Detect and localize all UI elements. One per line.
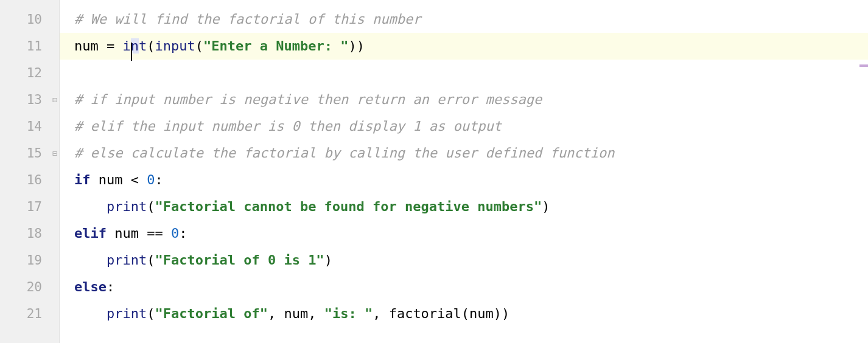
string-literal: "is: " [324,306,373,321]
assign-operator: = [99,38,123,54]
code-line-13[interactable]: ⊟# if input number is negative then retu… [60,86,868,113]
comment: # else calculate the factorial by callin… [74,145,614,161]
number-literal: 0 [171,226,179,241]
variable-name: num [99,172,131,187]
string-literal: "Factorial of" [155,306,267,321]
code-line-11[interactable]: num = int(input("Enter a Number: ")) [60,33,868,60]
line-number: 19 [0,247,59,274]
variable-name: num [284,306,308,321]
code-line-10[interactable]: # We will find the factorial of this num… [60,6,868,33]
builtin-print: print [107,252,147,268]
cursor-position: n [131,38,139,54]
line-number: 10 [0,6,59,33]
line-number-gutter: 10 11 12 13 14 15 16 17 18 19 20 21 [0,0,60,343]
keyword-elif: elif [74,226,107,241]
line-number: 21 [0,300,59,327]
builtin-input: input [155,38,195,54]
paren: ) [542,199,550,214]
line-number: 15 [0,140,59,167]
line-number: 18 [0,220,59,247]
line-number: 16 [0,167,59,193]
line-number: 20 [0,274,59,300]
builtin-int: t [139,38,147,54]
keyword-if: if [74,172,91,187]
function-call: factorial(num)) [389,306,510,321]
text-cursor [131,43,132,61]
variable-name: num [74,38,99,54]
change-marker [859,64,868,67]
builtin-print: print [107,306,147,321]
code-editor[interactable]: # We will find the factorial of this num… [60,0,868,343]
paren: ( [147,252,155,268]
fold-start-icon[interactable]: ⊟ [51,96,58,103]
comment: # elif the input number is 0 then displa… [74,119,502,134]
comma: , [308,306,324,321]
paren: ( [147,306,155,321]
lt-operator: < [131,172,147,187]
code-line-21[interactable]: print("Factorial of", num, "is: ", facto… [60,300,868,327]
comma: , [268,306,284,321]
comma: , [373,306,389,321]
line-number: 14 [0,113,59,140]
line-number: 13 [0,86,59,113]
code-line-16[interactable]: if num < 0: [60,167,868,193]
number-literal: 0 [147,172,155,187]
code-line-19[interactable]: print("Factorial of 0 is 1") [60,247,868,274]
paren: )) [348,38,365,54]
paren: ) [324,252,332,268]
code-line-15[interactable]: ⊟# else calculate the factorial by calli… [60,140,868,167]
colon: : [179,226,187,241]
code-line-17[interactable]: print("Factorial cannot be found for neg… [60,193,868,220]
paren: ( [147,38,155,54]
code-line-12[interactable] [60,60,868,86]
code-line-20[interactable]: else: [60,274,868,300]
colon: : [155,172,163,187]
string-literal: "Enter a Number: " [203,38,348,54]
line-number: 17 [0,193,59,220]
variable-name: num [114,226,147,241]
builtin-print: print [107,199,147,214]
eq-operator: == [147,226,171,241]
line-number: 12 [0,60,59,86]
string-literal: "Factorial cannot be found for negative … [155,199,542,214]
fold-end-icon[interactable]: ⊟ [51,150,58,157]
paren: ( [147,199,155,214]
colon: : [107,279,114,294]
comment: # if input number is negative then retur… [74,92,542,107]
paren: ( [195,38,203,54]
comment: # We will find the factorial of this num… [74,12,421,27]
code-line-18[interactable]: elif num == 0: [60,220,868,247]
builtin-int: i [123,38,131,54]
string-literal: "Factorial of 0 is 1" [155,252,324,268]
code-line-14[interactable]: # elif the input number is 0 then displa… [60,113,868,140]
line-number: 11 [0,33,59,60]
keyword-else: else [74,279,107,294]
